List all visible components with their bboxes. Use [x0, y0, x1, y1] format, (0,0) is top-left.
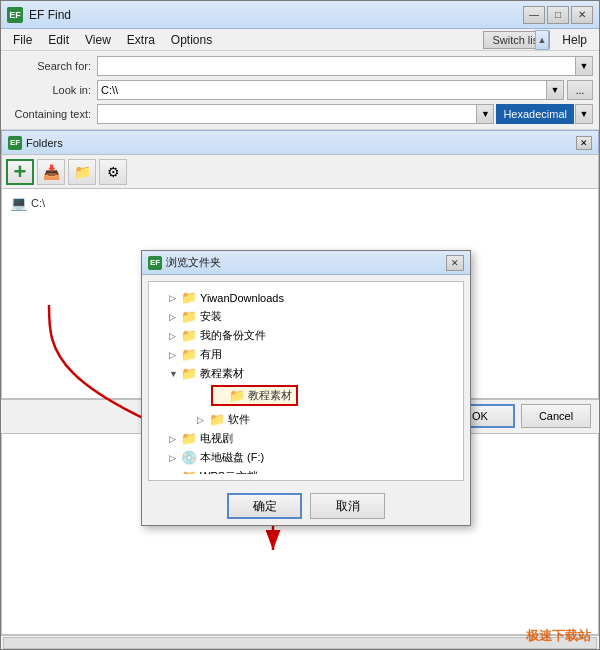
- folder-icon: 📁: [181, 366, 197, 381]
- menu-file[interactable]: File: [5, 31, 40, 49]
- folder-icon: 📁: [181, 309, 197, 324]
- containing-label: Containing text:: [7, 108, 97, 120]
- hexadecimal-button[interactable]: Hexadecimal: [496, 104, 574, 124]
- folder-icon: 📁: [181, 469, 197, 474]
- list-item[interactable]: ▷ 📁 WPS云文档: [155, 467, 457, 474]
- main-window: EF EF Find — □ ✕ File Edit View Extra Op…: [0, 0, 600, 650]
- folder-icon: 📁: [209, 412, 225, 427]
- close-button[interactable]: ✕: [571, 6, 593, 24]
- collapse-icon: ▷: [169, 350, 181, 360]
- tree-item-label: 本地磁盘 (F:): [200, 450, 264, 465]
- folders-title: Folders: [26, 137, 576, 149]
- folder-icon: 📁: [181, 328, 197, 343]
- collapse-icon: ▷: [169, 453, 181, 463]
- dialog-ok-button[interactable]: 确定: [227, 493, 302, 519]
- dialog-tree-content: ▷ 📁 YiwanDownloads ▷ 📁 安装 ▷ 📁 我的备: [148, 281, 464, 481]
- menu-help[interactable]: Help: [554, 31, 595, 49]
- settings-button[interactable]: ⚙: [99, 159, 127, 185]
- tree-item-label: 安装: [200, 309, 222, 324]
- list-item[interactable]: 📁 教程素材: [183, 383, 302, 408]
- tree-item-label: YiwanDownloads: [200, 292, 284, 304]
- list-item[interactable]: ▷ 📁 软件: [155, 410, 457, 429]
- list-item[interactable]: ▷ 📁 YiwanDownloads: [155, 288, 457, 307]
- search-input[interactable]: [97, 56, 575, 76]
- search-dropdown-icon[interactable]: ▼: [575, 56, 593, 76]
- list-item[interactable]: ▷ 💿 本地磁盘 (F:): [155, 448, 457, 467]
- list-item[interactable]: ▷ 📁 我的备份文件: [155, 326, 457, 345]
- lookin-input[interactable]: [97, 80, 546, 100]
- dialog-buttons: 确定 取消: [142, 487, 470, 525]
- menu-view[interactable]: View: [77, 31, 119, 49]
- scroll-up-icon[interactable]: ▲: [535, 30, 549, 50]
- collapse-icon: ▷: [169, 312, 181, 322]
- tree-item-label: 有用: [200, 347, 222, 362]
- search-combo: ▼: [97, 56, 593, 76]
- folders-toolbar: + 📥 📁 ⚙: [1, 154, 599, 188]
- horizontal-scrollbar[interactable]: [1, 635, 599, 649]
- dialog-title: 浏览文件夹: [166, 255, 446, 270]
- dialog-cancel-button[interactable]: 取消: [310, 493, 385, 519]
- hex-dropdown-icon[interactable]: ▼: [575, 104, 593, 124]
- window-controls: — □ ✕: [523, 6, 593, 24]
- tree-item-label: WPS云文档: [200, 469, 258, 474]
- containing-combo: ▼: [97, 104, 494, 124]
- title-bar: EF EF Find — □ ✕: [1, 1, 599, 29]
- drive-icon: 💻: [10, 195, 27, 211]
- drive-icon: 💿: [181, 450, 197, 465]
- search-for-row: Search for: ▼: [7, 55, 593, 77]
- menu-bar: File Edit View Extra Options ▲ Switch li…: [1, 29, 599, 51]
- maximize-button[interactable]: □: [547, 6, 569, 24]
- add-folder-button[interactable]: +: [6, 159, 34, 185]
- containing-row: Containing text: ▼ Hexadecimal ▼: [7, 103, 593, 125]
- folder-icon: 📁: [181, 290, 197, 305]
- watermark: 极速下载站: [526, 627, 591, 645]
- scroll-track[interactable]: [3, 637, 597, 649]
- folders-header: EF Folders ✕: [1, 130, 599, 154]
- collapse-icon: ▷: [169, 472, 181, 475]
- drive-label: C:\: [31, 197, 45, 209]
- menu-edit[interactable]: Edit: [40, 31, 77, 49]
- tree-item-label: 我的备份文件: [200, 328, 266, 343]
- folder-icon: 📁: [181, 431, 197, 446]
- tree-item-label: 教程素材: [200, 366, 244, 381]
- search-label: Search for:: [7, 60, 97, 72]
- collapse-icon: ▷: [169, 331, 181, 341]
- lookin-dropdown-icon[interactable]: ▼: [546, 80, 564, 100]
- menu-options[interactable]: Options: [163, 31, 220, 49]
- folder-tree: ▷ 📁 YiwanDownloads ▷ 📁 安装 ▷ 📁 我的备: [155, 288, 457, 474]
- lookin-label: Look in:: [7, 84, 97, 96]
- folder-icon: 📁: [181, 347, 197, 362]
- list-item[interactable]: ▷ 📁 电视剧: [155, 429, 457, 448]
- collapse-icon: ▷: [197, 415, 209, 425]
- dialog-icon: EF: [148, 256, 162, 270]
- tree-item-label: 软件: [228, 412, 250, 427]
- app-icon: EF: [7, 7, 23, 23]
- dialog-title-bar: EF 浏览文件夹 ✕: [142, 251, 470, 275]
- folders-close-button[interactable]: ✕: [576, 136, 592, 150]
- containing-dropdown-icon[interactable]: ▼: [476, 104, 494, 124]
- list-item[interactable]: 💻 C:\: [6, 193, 594, 213]
- collapse-icon: ▷: [169, 293, 181, 303]
- tree-item-label: 电视剧: [200, 431, 233, 446]
- menu-extra[interactable]: Extra: [119, 31, 163, 49]
- import-button[interactable]: 📥: [37, 159, 65, 185]
- list-item[interactable]: ▷ 📁 有用: [155, 345, 457, 364]
- collapse-icon: ▷: [169, 434, 181, 444]
- folders-icon: EF: [8, 136, 22, 150]
- cancel-button[interactable]: Cancel: [521, 404, 591, 428]
- look-in-row: Look in: ▼ ...: [7, 79, 593, 101]
- search-form: Search for: ▼ Look in: ▼ ... Containing …: [1, 51, 599, 130]
- lookin-combo: ▼: [97, 80, 564, 100]
- main-content-area: EF Folders ✕ + 📥 📁 ⚙ 💻 C:\ OK Cancel: [1, 130, 599, 649]
- browse-button[interactable]: ...: [567, 80, 593, 100]
- folder-icon: 📁: [229, 388, 245, 403]
- minimize-button[interactable]: —: [523, 6, 545, 24]
- expand-icon: ▼: [169, 369, 181, 379]
- folder-button[interactable]: 📁: [68, 159, 96, 185]
- dialog-close-button[interactable]: ✕: [446, 255, 464, 271]
- window-title: EF Find: [29, 8, 523, 22]
- list-item[interactable]: ▷ 📁 安装: [155, 307, 457, 326]
- list-item[interactable]: ▼ 📁 教程素材: [155, 364, 457, 383]
- browse-folder-dialog: EF 浏览文件夹 ✕ ▷ 📁 YiwanDownloads ▷: [141, 250, 471, 526]
- containing-input[interactable]: [97, 104, 476, 124]
